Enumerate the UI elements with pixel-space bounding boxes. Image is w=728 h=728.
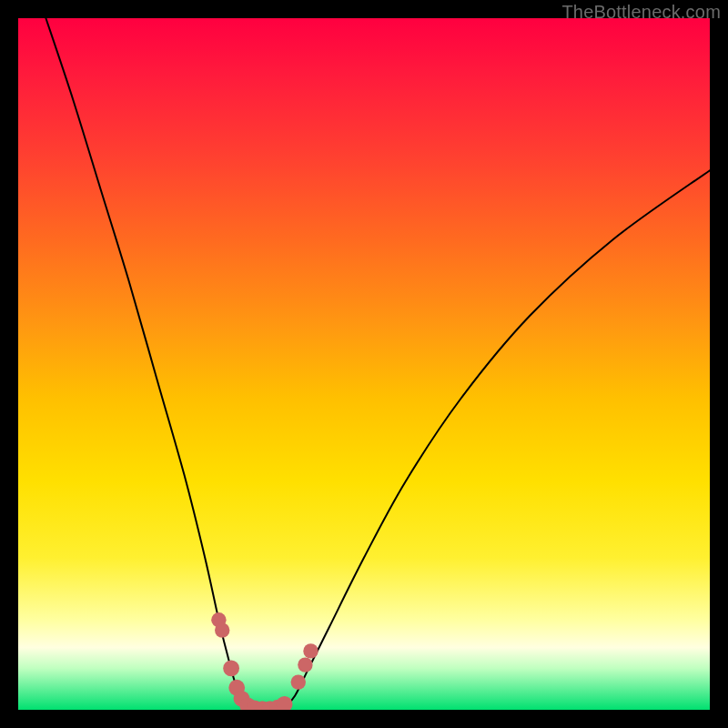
curve-marker xyxy=(277,696,293,710)
chart-svg xyxy=(18,18,710,710)
left-curve xyxy=(46,18,248,708)
curve-marker xyxy=(215,622,229,637)
right-curve xyxy=(285,170,710,708)
attribution-text: TheBottleneck.com xyxy=(561,2,721,23)
curve-marker xyxy=(298,657,312,672)
curve-marker xyxy=(223,661,239,677)
outer-frame: TheBottleneck.com xyxy=(0,0,728,728)
plot-area xyxy=(18,18,710,710)
curve-marker xyxy=(291,674,306,689)
marker-group xyxy=(211,612,318,710)
curve-marker xyxy=(303,643,318,658)
